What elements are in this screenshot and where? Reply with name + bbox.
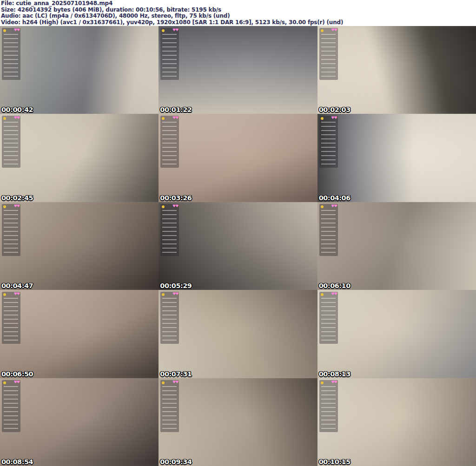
timestamp-overlay: 00:01:22 <box>160 106 192 113</box>
emoji-icon <box>3 381 6 384</box>
tip-menu-overlay: ♥♥ <box>2 204 20 256</box>
timestamp-overlay: 00:07:31 <box>160 370 192 378</box>
thumbnail-image-placeholder <box>159 290 317 378</box>
tip-menu-overlay: ♥♥ <box>160 28 179 80</box>
meta-video-line: Video: h264 (High) (avc1 / 0x31637661), … <box>1 20 475 26</box>
thumbnail: ♥♥ 00:06:50 <box>0 290 159 378</box>
thumbnail-image-placeholder <box>0 290 159 378</box>
tip-menu-overlay: ♥♥ <box>160 380 179 432</box>
emoji-icon <box>321 205 324 208</box>
emoji-icon <box>321 117 324 120</box>
menu-lines-placeholder <box>162 210 177 254</box>
metadata-header: File: cutie_anna_202507101948.mp4 Size: … <box>0 0 476 26</box>
emoji-icon <box>162 205 165 208</box>
thumbnail: ♥♥ 00:08:54 <box>0 378 159 466</box>
hearts-icon: ♥♥ <box>331 292 337 296</box>
hearts-icon: ♥♥ <box>172 204 178 208</box>
hearts-icon: ♥♥ <box>14 204 20 208</box>
timestamp-overlay: 00:02:45 <box>1 194 33 202</box>
thumbnail-image-placeholder <box>0 378 159 466</box>
timestamp-overlay: 00:04:06 <box>319 194 350 202</box>
hearts-icon: ♥♥ <box>14 292 20 296</box>
meta-audio-line: Audio: aac (LC) (mp4a / 0x6134706D), 480… <box>1 13 475 20</box>
thumbnail: ♥♥ 00:10:15 <box>317 378 476 466</box>
tip-menu-overlay: ♥♥ <box>2 292 20 344</box>
menu-lines-placeholder <box>321 210 336 254</box>
tip-menu-overlay: ♥♥ <box>2 380 20 432</box>
hearts-icon: ♥♥ <box>331 204 337 208</box>
meta-size-line: Size: 426014392 bytes (406 MiB), duratio… <box>1 7 475 13</box>
thumbnail-image-placeholder <box>0 26 159 114</box>
thumbnail: ♥♥ 00:08:13 <box>317 290 476 378</box>
timestamp-overlay: 00:05:29 <box>160 282 192 289</box>
tip-menu-overlay: ♥♥ <box>319 292 338 344</box>
timestamp-overlay: 00:06:10 <box>319 282 350 289</box>
hearts-icon: ♥♥ <box>331 116 337 120</box>
hearts-icon: ♥♥ <box>172 292 178 296</box>
emoji-icon <box>321 381 324 384</box>
menu-lines-placeholder <box>4 386 18 430</box>
thumbnail: ♥♥ 00:04:06 <box>317 114 476 202</box>
emoji-icon <box>162 381 165 384</box>
hearts-icon: ♥♥ <box>331 381 337 384</box>
timestamp-overlay: 00:00:42 <box>1 106 33 113</box>
emoji-icon <box>3 205 6 208</box>
timestamp-overlay: 00:06:50 <box>1 370 33 378</box>
timestamp-overlay: 00:09:34 <box>160 458 192 466</box>
thumbnail: ♥♥ 00:05:29 <box>159 202 317 290</box>
hearts-icon: ♥♥ <box>172 116 178 120</box>
emoji-icon <box>162 117 165 120</box>
tip-menu-overlay: ♥♥ <box>319 116 338 168</box>
timestamp-overlay: 00:04:47 <box>1 282 33 289</box>
emoji-icon <box>321 29 324 32</box>
hearts-icon: ♥♥ <box>14 28 20 32</box>
menu-lines-placeholder <box>321 298 336 341</box>
timestamp-overlay: 00:08:13 <box>319 370 350 378</box>
thumbnail: ♥♥ 00:02:03 <box>317 26 476 114</box>
tip-menu-overlay: ♥♥ <box>319 380 338 432</box>
thumbnail-image-placeholder <box>159 26 317 114</box>
thumbnail: ♥♥ 00:09:34 <box>159 378 317 466</box>
thumbnail-image-placeholder <box>317 114 476 202</box>
thumbnail: ♥♥ 00:02:45 <box>0 114 159 202</box>
emoji-icon <box>3 117 6 120</box>
menu-lines-placeholder <box>162 298 177 341</box>
tip-menu-overlay: ♥♥ <box>319 204 338 256</box>
thumbnail-image-placeholder <box>317 26 476 114</box>
tip-menu-overlay: ♥♥ <box>160 116 179 168</box>
menu-lines-placeholder <box>4 298 18 341</box>
menu-lines-placeholder <box>4 34 18 78</box>
hearts-icon: ♥♥ <box>14 381 20 384</box>
menu-lines-placeholder <box>162 122 177 165</box>
emoji-icon <box>3 29 6 32</box>
thumbnail: ♥♥ 00:00:42 <box>0 26 159 114</box>
contact-sheet: File: cutie_anna_202507101948.mp4 Size: … <box>0 0 476 466</box>
hearts-icon: ♥♥ <box>172 381 178 384</box>
thumbnail: ♥♥ 00:04:47 <box>0 202 159 290</box>
thumbnail-image-placeholder <box>0 114 159 202</box>
thumbnail-image-placeholder <box>317 378 476 466</box>
menu-lines-placeholder <box>162 386 177 430</box>
timestamp-overlay: 00:08:54 <box>1 458 33 466</box>
tip-menu-overlay: ♥♥ <box>2 116 20 168</box>
hearts-icon: ♥♥ <box>172 28 178 32</box>
thumbnail: ♥♥ 00:06:10 <box>317 202 476 290</box>
thumbnail-image-placeholder <box>159 378 317 466</box>
timestamp-overlay: 00:02:03 <box>319 106 350 113</box>
menu-lines-placeholder <box>162 34 177 78</box>
tip-menu-overlay: ♥♥ <box>160 204 179 256</box>
menu-lines-placeholder <box>4 122 18 165</box>
menu-lines-placeholder <box>321 122 336 165</box>
thumbnail-image-placeholder <box>159 114 317 202</box>
thumbnail: ♥♥ 00:07:31 <box>159 290 317 378</box>
tip-menu-overlay: ♥♥ <box>2 28 20 80</box>
menu-lines-placeholder <box>321 34 336 78</box>
thumbnail-grid: ♥♥ 00:00:42 ♥♥ 00:01:22 ♥♥ 00:02:03 ♥♥ 0… <box>0 26 476 466</box>
menu-lines-placeholder <box>4 210 18 254</box>
thumbnail: ♥♥ 00:01:22 <box>159 26 317 114</box>
thumbnail-image-placeholder <box>0 202 159 290</box>
tip-menu-overlay: ♥♥ <box>319 28 338 80</box>
hearts-icon: ♥♥ <box>14 116 20 120</box>
emoji-icon <box>321 293 324 296</box>
emoji-icon <box>162 29 165 32</box>
